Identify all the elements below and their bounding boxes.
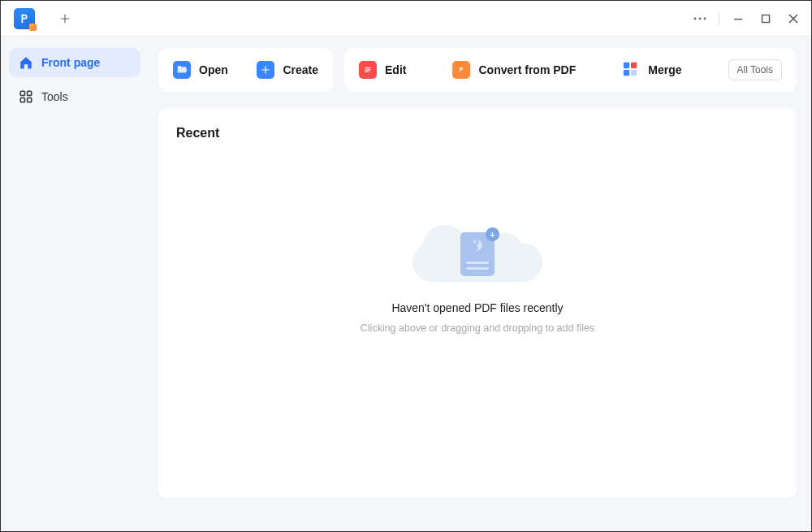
merge-icon [622, 61, 640, 79]
empty-title: Haven't opened PDF files recently [391, 301, 563, 314]
tool-label: Convert from PDF [478, 63, 576, 76]
grid-icon [19, 89, 33, 104]
tool-label: Open [199, 63, 228, 76]
home-icon [19, 55, 33, 70]
svg-rect-3 [734, 19, 742, 19]
sidebar-item-label: Tools [41, 90, 68, 103]
edit-button[interactable]: Edit [359, 61, 406, 79]
svg-rect-10 [365, 67, 371, 68]
toolbar-card-primary: Open Create [158, 48, 333, 92]
recent-panel: Recent + Haven't opened PDF files recent… [158, 108, 797, 498]
toolbar: Open Create Edit P [158, 48, 797, 92]
titlebar-left [7, 8, 76, 29]
plus-icon [257, 61, 274, 79]
tool-label: Edit [385, 63, 406, 76]
svg-rect-17 [631, 70, 637, 76]
add-file-plus-icon: + [486, 227, 499, 241]
sidebar-item-label: Front page [41, 56, 100, 69]
svg-rect-5 [20, 91, 24, 95]
empty-subtitle: Clicking above or dragging and dropping … [361, 322, 594, 334]
titlebar [1, 1, 811, 37]
main-content: Open Create Edit P [149, 37, 811, 531]
separator [719, 12, 719, 25]
svg-rect-15 [631, 63, 637, 68]
close-button[interactable] [782, 7, 805, 30]
all-tools-button[interactable]: All Tools [728, 59, 782, 80]
svg-point-1 [699, 17, 702, 19]
svg-rect-8 [28, 98, 32, 102]
svg-rect-7 [20, 98, 24, 102]
tool-label: Create [283, 63, 318, 76]
toolbar-card-secondary: Edit P Convert from PDF Merge All Tools [344, 48, 797, 92]
open-button[interactable]: Open [173, 61, 228, 79]
convert-button[interactable]: P Convert from PDF [452, 61, 576, 79]
folder-open-icon [173, 61, 191, 79]
merge-button[interactable]: Merge [622, 61, 681, 79]
sidebar-item-tools[interactable]: Tools [9, 82, 140, 111]
sidebar-item-front-page[interactable]: Front page [9, 48, 140, 77]
edit-doc-icon [359, 61, 377, 79]
svg-point-0 [694, 17, 697, 19]
create-button[interactable]: Create [257, 61, 318, 79]
recent-heading: Recent [176, 126, 779, 141]
tool-label: Merge [648, 63, 681, 76]
svg-rect-6 [28, 91, 32, 95]
svg-rect-12 [365, 71, 369, 72]
maximize-button[interactable] [754, 7, 777, 30]
minimize-button[interactable] [727, 7, 749, 30]
svg-rect-14 [624, 63, 629, 68]
svg-rect-11 [365, 69, 371, 70]
app-logo-icon [14, 8, 35, 29]
new-tab-button[interactable] [54, 8, 76, 29]
window-controls [689, 7, 805, 30]
svg-text:P: P [460, 67, 464, 72]
empty-illustration: + [404, 222, 551, 287]
more-options-button[interactable] [689, 7, 711, 30]
svg-rect-16 [624, 70, 629, 76]
svg-point-18 [473, 240, 477, 244]
pdf-convert-icon: P [452, 61, 470, 79]
svg-rect-4 [762, 15, 770, 22]
svg-point-2 [704, 17, 706, 19]
empty-state[interactable]: + Haven't opened PDF files recently Clic… [176, 222, 779, 334]
sidebar: Front page Tools [1, 37, 149, 531]
